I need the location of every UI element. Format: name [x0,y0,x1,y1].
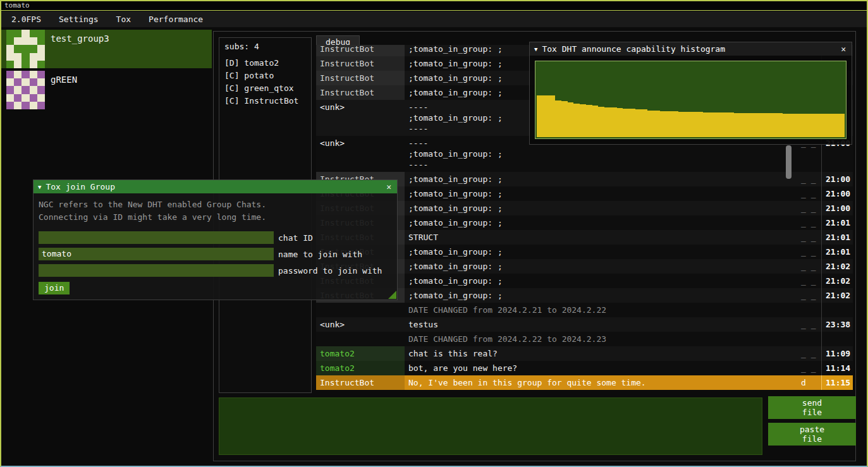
resize-grip[interactable] [388,291,396,299]
date-changed-text: DATE CHANGED from 2024.2.22 to 2024.2.23 [405,332,797,346]
date-separator-row: DATE CHANGED from 2024.2.22 to 2024.2.23 [316,332,853,346]
member-item-potato[interactable]: [C] potato [219,70,311,82]
message-status: _ _ [797,172,821,186]
message-text: STRUCT [405,230,797,245]
dht-histogram-window: ▼ Tox DHT announce capability histogram … [529,42,852,145]
group-item-gREEN[interactable]: gREEN [1,71,212,109]
join-password-input[interactable] [39,264,274,277]
message-status [797,303,821,317]
chat-message-row[interactable]: InstructBotNo, I've been in this group f… [316,375,853,390]
message-text: ;tomato_in_group: ; [405,201,797,215]
menu-item-performance[interactable]: Performance [142,13,209,26]
close-icon[interactable]: ✕ [385,182,393,191]
send-file-label-line2: file [802,408,822,417]
paste-file-button[interactable]: paste file [768,423,856,446]
join-group-title: Tox join Group [46,182,381,191]
message-status: _ _ [797,361,821,375]
member-item-green_qtox[interactable]: [C] green_qtox [219,82,311,95]
join-button[interactable]: join [39,282,70,294]
message-text: ;tomato_in_group: ; [405,274,797,288]
sender-name: InstructBot [316,45,405,56]
message-status: _ _ [797,274,821,288]
message-timestamp: 11:14 [821,361,853,375]
message-timestamp: 21:01 [821,215,853,230]
message-status: _ _ [797,245,821,259]
message-text: ;tomato_in_group: ; [405,259,797,274]
message-status: _ _ [797,259,821,274]
message-status: _ _ [797,346,821,361]
member-item-tomato2[interactable]: [D] tomato2 [219,57,311,70]
close-icon[interactable]: ✕ [840,44,847,54]
message-status: _ _ [797,230,821,245]
group-avatar [6,30,45,68]
paste-file-label-line2: file [802,434,822,444]
window-title: tomato [4,1,30,9]
sender-name: <unk> [316,317,405,332]
sender-name: tomato2 [316,346,405,361]
group-item-test_group3[interactable]: test_group3 [1,30,212,68]
message-status: _ _ [797,201,821,215]
message-status: d [797,375,821,390]
group-avatar [6,71,45,109]
message-timestamp: 23:38 [821,317,853,332]
members-header: subs: 4 [219,38,311,54]
menu-item-tox[interactable]: Tox [110,13,137,26]
dht-histogram-plot [535,61,847,139]
collapse-icon[interactable]: ▼ [534,46,537,52]
group-name: gREEN [51,71,77,109]
chat-id-input[interactable] [39,231,274,244]
join-name-label: name to join with [278,250,362,259]
message-status: _ _ [797,317,821,332]
join-desc-line2: Connecting via ID might take a very long… [39,211,392,224]
chat-message-row[interactable]: tomato2chat is this real?_ _11:09 [316,346,853,361]
member-item-InstructBot[interactable]: [C] InstructBot [219,95,311,107]
message-text: chat is this real? [405,346,797,361]
message-text: No, I've been in this group for quite so… [405,375,797,390]
message-timestamp: 11:09 [821,346,853,361]
message-status: _ _ [797,215,821,230]
sender-name: InstructBot [316,56,405,71]
message-text: testus [405,317,797,332]
message-status: _ _ [797,288,821,303]
member-list: [D] tomato2[C] potato[C] green_qtox[C] I… [219,57,311,107]
message-timestamp: 21:02 [821,288,853,303]
menu-item-2-0fps[interactable]: 2.0FPS [5,13,47,26]
message-text: ;tomato_in_group: ; [405,186,797,201]
date-separator-row: DATE CHANGED from 2024.2.21 to 2024.2.22 [316,303,853,317]
chat-id-label: chat ID [278,233,313,243]
send-file-button[interactable]: send file [768,396,856,419]
dht-histogram-titlebar[interactable]: ▼ Tox DHT announce capability histogram … [530,42,852,56]
date-changed-text: DATE CHANGED from 2024.2.21 to 2024.2.22 [405,303,797,317]
join-name-input[interactable]: tomato [39,248,274,260]
chat-message-row[interactable]: tomato2bot, are you new here?_ _11:14 [316,361,853,375]
message-timestamp: 21:00 [821,201,853,215]
message-timestamp: 21:00 [821,172,853,186]
sender-name: <unk> [316,136,405,172]
join-password-label: password to join with [278,266,382,276]
group-list: test_group3gREEN [1,30,212,112]
message-status: _ _ [797,186,821,201]
message-timestamp: 11:15 [821,375,853,390]
message-timestamp [821,303,853,317]
sender-name: tomato2 [316,361,405,375]
menu-bar: 2.0FPSSettingsToxPerformance [1,11,867,27]
message-timestamp: 21:02 [821,259,853,274]
join-group-titlebar[interactable]: ▼ Tox join Group ✕ [34,180,397,193]
message-timestamp: 21:02 [821,274,853,288]
collapse-icon[interactable]: ▼ [38,184,41,190]
menu-item-settings[interactable]: Settings [52,13,105,26]
message-status [797,332,821,346]
sender-name: InstructBot [316,85,405,100]
chat-message-row[interactable]: <unk>testus_ _23:38 [316,317,853,332]
message-timestamp: 21:00 [821,186,853,201]
message-input[interactable] [219,397,762,455]
window-title-bar: tomato [1,1,867,11]
message-text: ;tomato_in_group: ; [405,215,797,230]
group-name: test_group3 [51,30,109,68]
dht-histogram-title: Tox DHT announce capability histogram [542,44,835,54]
message-text: bot, are you new here? [405,361,797,375]
message-timestamp: 21:01 [821,245,853,259]
join-group-window: ▼ Tox join Group ✕ NGC refers to the New… [33,179,398,300]
chat-scrollbar[interactable] [786,145,792,179]
join-desc-line1: NGC refers to the New DHT enabled Group … [39,198,392,211]
